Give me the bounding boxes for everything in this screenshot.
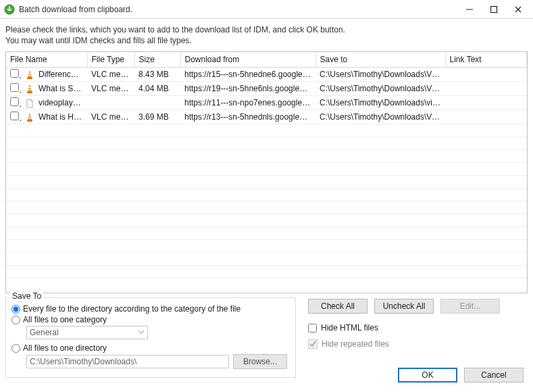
hide-repeated-label: Hide repeated files — [322, 339, 389, 349]
cell-downloadfrom: https://r15---sn-5hnedne6.googlevi... — [180, 68, 315, 82]
directory-path-input[interactable] — [26, 355, 229, 368]
table-row-empty — [6, 176, 527, 189]
check-all-button[interactable]: Check All — [308, 299, 367, 314]
cell-filename: What is Hiber... — [34, 110, 87, 124]
svg-rect-9 — [28, 87, 31, 88]
hide-html-label: Hide HTML files — [321, 323, 378, 333]
row-checkbox[interactable] — [10, 69, 19, 78]
cell-filetype: VLC medi... — [87, 82, 134, 96]
cell-saveto: C:\Users\Timothy\Downloads\Video\... — [315, 110, 445, 124]
table-row-empty — [6, 163, 527, 176]
cell-size: 8.43 MB — [134, 68, 180, 82]
table-row-empty — [6, 214, 527, 227]
col-linktext[interactable]: Link Text — [445, 52, 526, 68]
window-title: Batch download from clipboard. — [19, 5, 457, 14]
save-to-panel: Save To Every file to the directory acco… — [5, 297, 296, 378]
radio-category-of-file[interactable] — [11, 305, 20, 314]
title-bar: Batch download from clipboard. — [0, 0, 533, 19]
cell-linktext — [445, 82, 526, 96]
col-filetype[interactable]: File Type — [87, 52, 134, 68]
save-to-legend: Save To — [10, 291, 43, 301]
instruction-line-1: Please check the links, which you want t… — [5, 24, 528, 35]
svg-rect-12 — [28, 116, 31, 116]
cell-filename: videoplayback_3 — [34, 96, 87, 110]
svg-rect-14 — [309, 340, 318, 349]
cell-filetype — [87, 96, 134, 110]
cell-size: 4.04 MB — [134, 82, 180, 96]
category-combobox-value: General — [30, 328, 59, 337]
cell-linktext — [445, 110, 526, 124]
cell-filetype: VLC medi... — [87, 68, 134, 82]
radio-category-of-file-label: Every file to the directory according to… — [23, 304, 240, 314]
table-row-empty — [6, 227, 527, 240]
col-downloadfrom[interactable]: Download from — [180, 52, 315, 68]
cell-linktext — [445, 68, 526, 82]
right-panel: Check All Uncheck All Edit... Hide HTML … — [308, 297, 528, 378]
radio-one-directory-label: All files to one directory — [23, 343, 107, 353]
browse-button[interactable]: Browse... — [233, 354, 287, 369]
cell-downloadfrom: https://r13---sn-5hnednls.googlevid... — [180, 110, 315, 124]
row-checkbox[interactable] — [10, 97, 19, 106]
cell-downloadfrom: https://r11---sn-npo7enes.googlevi... — [180, 96, 315, 110]
vlc-icon — [25, 113, 34, 122]
instruction-line-2: You may wait until IDM checks and fills … — [5, 35, 528, 46]
table-row-empty — [6, 124, 527, 137]
chevron-down-icon — [138, 328, 145, 337]
cell-size — [134, 96, 180, 110]
instruction-text: Please check the links, which you want t… — [0, 19, 533, 49]
table-row-empty — [6, 278, 527, 291]
table-row[interactable]: Differences b...VLC medi...8.43 MBhttps:… — [6, 68, 527, 82]
cell-saveto: C:\Users\Timothy\Downloads\Video\... — [315, 82, 445, 96]
svg-rect-2 — [491, 6, 497, 12]
download-grid: File Name File Type Size Download from S… — [5, 51, 528, 293]
table-row-empty — [6, 240, 527, 253]
vlc-icon — [25, 70, 34, 80]
svg-rect-7 — [28, 75, 32, 76]
maximize-button[interactable] — [482, 1, 506, 18]
cell-saveto: C:\Users\Timothy\Downloads\Video\... — [315, 68, 445, 82]
svg-rect-8 — [27, 92, 32, 93]
minimize-button[interactable] — [457, 1, 482, 18]
row-checkbox[interactable] — [10, 112, 19, 120]
grid-header: File Name File Type Size Download from S… — [6, 52, 527, 68]
table-row[interactable]: videoplayback_3https://r11---sn-npo7enes… — [6, 96, 527, 110]
row-checkbox[interactable] — [10, 83, 19, 92]
table-row-empty — [6, 253, 527, 266]
table-row-empty — [6, 150, 527, 163]
ok-button[interactable]: OK — [398, 368, 457, 383]
cell-linktext — [445, 96, 526, 110]
cell-size: 3.69 MB — [134, 110, 180, 124]
edit-button[interactable]: Edit... — [440, 299, 500, 314]
col-saveto[interactable]: Save to — [315, 52, 445, 68]
col-filename[interactable]: File Name — [6, 52, 87, 68]
svg-rect-13 — [28, 118, 32, 118]
table-row[interactable]: What is Hiber...VLC medi...3.69 MBhttps:… — [6, 110, 527, 124]
svg-rect-11 — [27, 120, 32, 122]
col-size[interactable]: Size — [134, 52, 180, 68]
hide-html-checkbox[interactable] — [308, 324, 317, 333]
cell-filename: What is Shutd... — [34, 82, 87, 96]
close-button[interactable] — [506, 1, 530, 18]
table-row-empty — [6, 189, 527, 201]
svg-rect-5 — [27, 78, 32, 79]
cell-downloadfrom: https://r19---sn-5hne6nls.googlevid... — [180, 82, 315, 96]
svg-rect-6 — [28, 73, 31, 74]
footer-buttons: OK Cancel — [398, 368, 524, 383]
table-row-empty — [6, 137, 527, 150]
vlc-icon — [25, 84, 34, 94]
radio-one-directory[interactable] — [11, 344, 20, 353]
cell-saveto: C:\Users\Timothy\Downloads\videop... — [315, 96, 445, 110]
radio-one-category[interactable] — [11, 316, 20, 324]
table-row-empty — [6, 266, 527, 278]
svg-rect-10 — [28, 89, 32, 90]
hide-repeated-checkbox — [308, 339, 318, 349]
file-icon — [25, 99, 34, 108]
table-row[interactable]: What is Shutd...VLC medi...4.04 MBhttps:… — [6, 82, 527, 96]
uncheck-all-button[interactable]: Uncheck All — [374, 299, 434, 314]
cell-filetype: VLC medi... — [87, 110, 134, 124]
radio-one-category-label: All files to one category — [23, 315, 107, 324]
category-combobox[interactable]: General — [26, 326, 148, 339]
cell-filename: Differences b... — [34, 68, 87, 82]
cancel-button[interactable]: Cancel — [464, 368, 524, 383]
table-row-empty — [6, 201, 527, 214]
